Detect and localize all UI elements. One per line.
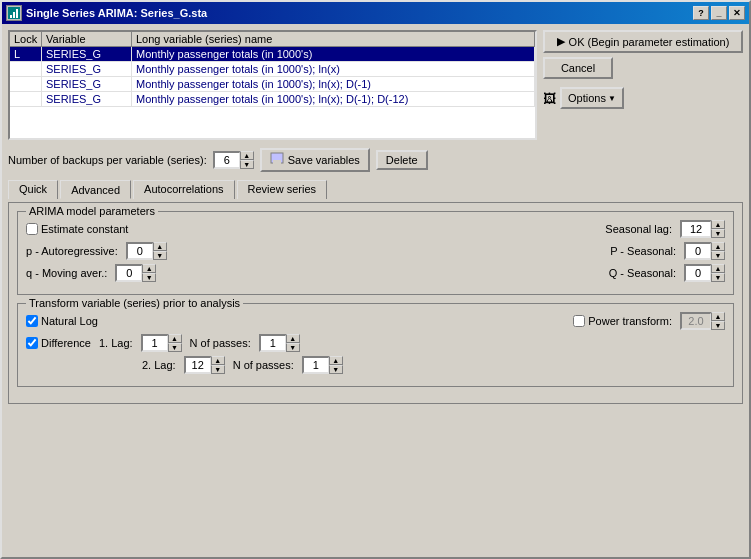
Q-up[interactable]: ▲ [711, 264, 725, 273]
npasses2-up[interactable]: ▲ [329, 356, 343, 365]
npasses1-spinner[interactable]: ▲ ▼ [259, 334, 300, 352]
power-transform-text: Power transform: [588, 315, 672, 327]
cell-long-name: Monthly passenger totals (in 1000's); ln… [132, 77, 535, 91]
transform-row1: Natural Log Power transform: ▲ ▼ [26, 312, 725, 330]
ok-label: OK (Begin parameter estimation) [569, 36, 730, 48]
q-up[interactable]: ▲ [142, 264, 156, 273]
natural-log-label[interactable]: Natural Log [26, 315, 98, 327]
p-up[interactable]: ▲ [153, 242, 167, 251]
p-input[interactable] [126, 242, 154, 260]
npasses2-down[interactable]: ▼ [329, 365, 343, 374]
svg-rect-6 [273, 160, 281, 164]
lag1-up[interactable]: ▲ [168, 334, 182, 343]
Q-spinner[interactable]: ▲ ▼ [684, 264, 725, 282]
backups-down-arrow[interactable]: ▼ [240, 160, 254, 169]
lag1-spinner[interactable]: ▲ ▼ [141, 334, 182, 352]
P-down[interactable]: ▼ [711, 251, 725, 260]
tab-quick[interactable]: Quick [8, 180, 58, 199]
help-button[interactable]: ? [693, 6, 709, 20]
backups-up-arrow[interactable]: ▲ [240, 151, 254, 160]
backups-input[interactable] [213, 151, 241, 169]
transform-group: Transform variable (series) prior to ana… [17, 303, 734, 387]
ok-icon: ▶ [557, 35, 565, 48]
seasonal-lag-down[interactable]: ▼ [711, 229, 725, 238]
tab-review-series[interactable]: Review series [237, 180, 327, 199]
npasses1-input[interactable] [259, 334, 287, 352]
close-button[interactable]: ✕ [729, 6, 745, 20]
cell-lock [10, 77, 42, 91]
p-spinner[interactable]: ▲ ▼ [126, 242, 167, 260]
options-arrow-icon: ▼ [608, 94, 616, 103]
npasses2-label: N of passes: [233, 359, 294, 371]
backups-spinner[interactable]: ▲ ▼ [213, 151, 254, 169]
content-area: Lock Variable Long variable (series) nam… [2, 24, 749, 410]
save-label: Save variables [288, 154, 360, 166]
right-panel: ▶ OK (Begin parameter estimation) Cancel… [543, 30, 743, 140]
save-variables-button[interactable]: Save variables [260, 148, 370, 172]
npasses2-spinner[interactable]: ▲ ▼ [302, 356, 343, 374]
cell-long-name: Monthly passenger totals (in 1000's); ln… [132, 62, 535, 76]
seasonal-lag-spinner[interactable]: ▲ ▼ [680, 220, 725, 238]
P-up[interactable]: ▲ [711, 242, 725, 251]
lag2-down[interactable]: ▼ [211, 365, 225, 374]
options-button[interactable]: Options ▼ [560, 87, 624, 109]
lag2-spinner[interactable]: ▲ ▼ [184, 356, 225, 374]
table-row[interactable]: SERIES_G Monthly passenger totals (in 10… [10, 62, 535, 77]
ok-button[interactable]: ▶ OK (Begin parameter estimation) [543, 30, 743, 53]
arima-group-title: ARIMA model parameters [26, 205, 158, 217]
table-header: Lock Variable Long variable (series) nam… [10, 32, 535, 47]
lag2-label: 2. Lag: [142, 359, 176, 371]
q-spinner[interactable]: ▲ ▼ [115, 264, 156, 282]
Q-down[interactable]: ▼ [711, 273, 725, 282]
main-top: Lock Variable Long variable (series) nam… [8, 30, 743, 140]
arima-group: ARIMA model parameters Estimate constant… [17, 211, 734, 295]
power-transform-checkbox[interactable] [573, 315, 585, 327]
difference-label[interactable]: Difference [26, 337, 91, 349]
lag2-up[interactable]: ▲ [211, 356, 225, 365]
delete-button[interactable]: Delete [376, 150, 428, 170]
difference-text: Difference [41, 337, 91, 349]
seasonal-lag-up[interactable]: ▲ [711, 220, 725, 229]
transform-row2: Difference 1. Lag: ▲ ▼ N of passes: [26, 334, 725, 352]
npasses2-input[interactable] [302, 356, 330, 374]
power-input[interactable] [680, 312, 712, 330]
Q-input[interactable] [684, 264, 712, 282]
lag1-down[interactable]: ▼ [168, 343, 182, 352]
save-icon [270, 152, 284, 168]
table-row[interactable]: L SERIES_G Monthly passenger totals (in … [10, 47, 535, 62]
tab-autocorrelations[interactable]: Autocorrelations [133, 180, 235, 199]
cancel-button[interactable]: Cancel [543, 57, 613, 79]
npasses1-down[interactable]: ▼ [286, 343, 300, 352]
q-input[interactable] [115, 264, 143, 282]
transform-row3: 2. Lag: ▲ ▼ N of passes: ▲ ▼ [142, 356, 725, 374]
cell-lock: L [10, 47, 42, 61]
arima-row1: Estimate constant Seasonal lag: ▲ ▼ [26, 220, 725, 238]
lag1-input[interactable] [141, 334, 169, 352]
difference-checkbox[interactable] [26, 337, 38, 349]
svg-rect-2 [13, 12, 15, 18]
table-row[interactable]: SERIES_G Monthly passenger totals (in 10… [10, 92, 535, 107]
backups-label: Number of backups per variable (series): [8, 154, 207, 166]
p-down[interactable]: ▼ [153, 251, 167, 260]
natural-log-checkbox[interactable] [26, 315, 38, 327]
power-up[interactable]: ▲ [711, 312, 725, 321]
arima-row2: p - Autoregressive: ▲ ▼ P - Seasonal: ▲ [26, 242, 725, 260]
power-down[interactable]: ▼ [711, 321, 725, 330]
cell-variable: SERIES_G [42, 92, 132, 106]
minimize-button[interactable]: _ [711, 6, 727, 20]
estimate-constant-checkbox[interactable] [26, 223, 38, 235]
estimate-constant-label[interactable]: Estimate constant [26, 223, 128, 235]
q-down[interactable]: ▼ [142, 273, 156, 282]
P-label: P - Seasonal: [610, 245, 676, 257]
npasses1-up[interactable]: ▲ [286, 334, 300, 343]
power-transform-label[interactable]: Power transform: [573, 315, 672, 327]
arima-row3: q - Moving aver.: ▲ ▼ Q - Seasonal: ▲ [26, 264, 725, 282]
power-spinner[interactable]: ▲ ▼ [680, 312, 725, 330]
table-row[interactable]: SERIES_G Monthly passenger totals (in 10… [10, 77, 535, 92]
tab-advanced[interactable]: Advanced [60, 180, 131, 199]
seasonal-lag-input[interactable] [680, 220, 712, 238]
P-input[interactable] [684, 242, 712, 260]
p-label: p - Autoregressive: [26, 245, 118, 257]
lag2-input[interactable] [184, 356, 212, 374]
P-spinner[interactable]: ▲ ▼ [684, 242, 725, 260]
